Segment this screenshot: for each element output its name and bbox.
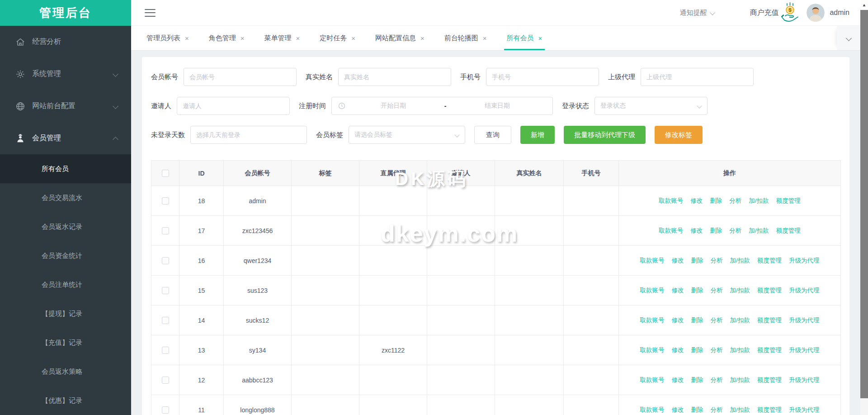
action-link[interactable]: 取款账号 [640,345,665,356]
close-icon[interactable]: × [185,34,189,42]
action-link[interactable]: 取款账号 [640,405,665,415]
action-link[interactable]: 修改 [690,225,703,236]
action-link[interactable]: 取款账号 [640,255,665,266]
action-link[interactable]: 修改 [672,315,684,326]
action-link[interactable]: 分析 [711,345,723,356]
hamburger-menu-icon[interactable] [145,9,156,17]
member-tag-select[interactable]: 请选会员标签 [349,126,465,144]
close-icon[interactable]: × [538,34,542,42]
action-link[interactable]: 加/扣款 [730,285,750,296]
member-account-input[interactable] [184,68,297,86]
action-link[interactable]: 删除 [710,225,722,236]
action-link[interactable]: 分析 [711,285,723,296]
row-checkbox[interactable] [162,257,169,264]
action-link[interactable]: 取款账号 [640,375,665,386]
select-all-checkbox[interactable] [162,170,169,177]
action-link[interactable]: 升级为代理 [789,255,820,266]
phone-number-input[interactable] [486,68,599,86]
tab-admin-list[interactable]: 管理员列表× [137,26,199,50]
action-link[interactable]: 加/扣款 [730,255,750,266]
action-link[interactable]: 分析 [711,315,723,326]
sidebar-subitem-member-rebate-records[interactable]: 会员返水记录 [0,212,131,241]
action-link[interactable]: 分析 [729,196,741,206]
action-link[interactable]: 额度管理 [776,196,801,206]
action-link[interactable]: 加/扣款 [730,345,750,356]
action-link[interactable]: 额度管理 [757,345,782,356]
sidebar-subitem-member-bet-statistics[interactable]: 会员注单统计 [0,270,131,299]
edit-tag-button[interactable]: 修改标签 [655,126,703,144]
tab-scheduled-tasks[interactable]: 定时任务× [310,26,365,50]
action-link[interactable]: 修改 [672,405,684,415]
action-link[interactable]: 取款账号 [640,285,665,296]
notifications-dropdown[interactable]: 通知提醒 [679,9,714,17]
row-checkbox[interactable] [162,406,169,414]
sidebar-subitem-all-members[interactable]: 所有会员 [0,154,131,183]
close-icon[interactable]: × [483,34,487,42]
tab-all-members[interactable]: 所有会员× [497,26,552,50]
tab-front-carousel[interactable]: 前台轮播图× [434,26,497,50]
merchant-recharge-button[interactable]: 商户充值 $ [750,2,800,24]
action-link[interactable]: 取款账号 [640,315,665,326]
action-link[interactable]: 修改 [672,285,684,296]
row-checkbox[interactable] [162,377,169,384]
admin-username[interactable]: admin [830,9,849,17]
sidebar-item-business-analysis[interactable]: 经营分析 [0,26,131,58]
action-link[interactable]: 删除 [691,375,703,386]
action-link[interactable]: 删除 [691,345,703,356]
action-link[interactable]: 修改 [672,375,684,386]
action-link[interactable]: 分析 [711,255,723,266]
row-checkbox[interactable] [162,197,169,205]
action-link[interactable]: 加/扣款 [730,315,750,326]
close-icon[interactable]: × [241,34,245,42]
close-icon[interactable]: × [420,34,425,42]
action-link[interactable]: 额度管理 [776,225,801,236]
tab-role-management[interactable]: 角色管理× [199,26,255,50]
action-link[interactable]: 分析 [711,375,723,386]
sidebar-subitem-promotion-records[interactable]: 【优惠】记录 [0,386,131,415]
search-button[interactable]: 查询 [474,126,511,144]
action-link[interactable]: 修改 [690,196,703,206]
action-link[interactable]: 加/扣款 [730,405,750,415]
action-link[interactable]: 升级为代理 [789,405,820,415]
action-link[interactable]: 取款账号 [659,225,683,236]
action-link[interactable]: 删除 [691,315,703,326]
action-link[interactable]: 修改 [672,345,684,356]
action-link[interactable]: 额度管理 [757,315,782,326]
tab-site-config-info[interactable]: 网站配置信息× [365,26,434,50]
login-status-select[interactable]: 登录状态 [594,97,708,115]
sidebar-item-member-management[interactable]: 会员管理 [0,122,131,154]
inviter-input[interactable] [177,97,290,115]
action-link[interactable]: 额度管理 [757,255,782,266]
close-icon[interactable]: × [351,34,355,42]
action-link[interactable]: 删除 [691,405,703,415]
action-link[interactable]: 升级为代理 [789,375,820,386]
window-scrollbar[interactable]: ▲ [860,0,868,415]
action-link[interactable]: 取款账号 [659,196,683,206]
avatar[interactable] [807,4,825,22]
action-link[interactable]: 升级为代理 [789,345,820,356]
sidebar-subitem-member-transaction-flow[interactable]: 会员交易流水 [0,183,131,212]
row-checkbox[interactable] [162,287,169,294]
sidebar-subitem-member-rebate-strategy[interactable]: 会员返水策略 [0,357,131,386]
sidebar-subitem-withdrawal-records[interactable]: 【提现】记录 [0,299,131,328]
sidebar-item-system-management[interactable]: 系统管理 [0,58,131,90]
add-button[interactable]: 新增 [520,126,555,144]
action-link[interactable]: 加/扣款 [749,225,769,236]
action-link[interactable]: 删除 [691,255,703,266]
sidebar-item-site-frontend-config[interactable]: 网站前台配置 [0,90,131,122]
row-checkbox[interactable] [162,227,169,234]
batch-move-to-agent-button[interactable]: 批量移动到代理下级 [564,126,646,144]
close-icon[interactable]: × [296,34,300,42]
action-link[interactable]: 分析 [711,405,723,415]
action-link[interactable]: 删除 [691,285,703,296]
tab-menu-management[interactable]: 菜单管理× [255,26,310,50]
action-link[interactable]: 加/扣款 [749,196,769,206]
register-time-range-picker[interactable]: 开始日期-结束日期 [331,97,553,115]
action-link[interactable]: 删除 [710,196,722,206]
action-link[interactable]: 升级为代理 [789,285,820,296]
action-link[interactable]: 升级为代理 [789,315,820,326]
parent-agent-input[interactable] [641,68,754,86]
action-link[interactable]: 额度管理 [757,285,782,296]
tab-collapse-button[interactable] [837,26,860,50]
sidebar-subitem-recharge-records[interactable]: 【充值】记录 [0,328,131,357]
